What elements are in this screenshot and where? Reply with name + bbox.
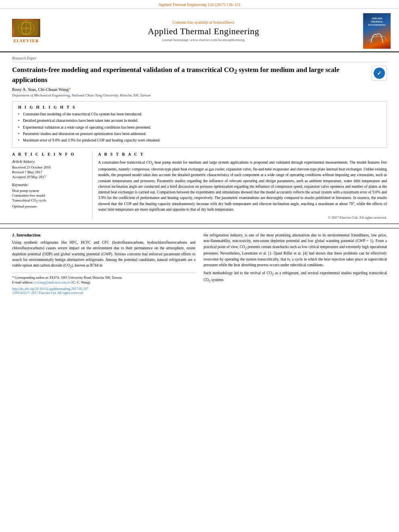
highlights-box: H I G H L I G H T S Constraint-free mode… [12,101,387,148]
paper-section: Research Paper Constraints-free modeling… [0,52,399,220]
abstract-title: A B S T R A C T [98,152,387,156]
issn-text: 1359-4311/© 2017 Elsevier Ltd. All right… [12,291,195,295]
footnote-area: * Corresponding author at: EE474, 1001 U… [12,273,195,285]
journal-banner: ELSEVIER ELSEVIER Contents lists availab… [0,9,399,52]
article-history-label: Article history: [12,160,86,164]
introduction-section: 1. Introduction Using synthetic refriger… [0,228,399,299]
article-info-column: A R T I C L E I N F O Article history: R… [12,152,93,220]
footnote-email-link[interactable]: ccwang@mail.nctu.edu.tw [34,280,71,284]
affiliation: Department of Mechanical Engineering, Na… [12,93,387,97]
journal-main-title: Applied Thermal Engineering [44,26,363,37]
revised-date: Revised 7 May 2017 [12,170,86,174]
abstract-column: A B S T R A C T A constraints-free trans… [93,152,387,220]
intro-left-col: 1. Introduction Using synthetic refriger… [12,232,195,295]
elsevier-label: ELSEVIER [13,38,39,43]
svg-text:ELSEVIER: ELSEVIER [21,28,31,30]
elsevier-logo: ELSEVIER ELSEVIER [8,19,44,43]
paper-main-title: Constraints-free modeling and experiment… [12,66,368,84]
section-number: 1. [12,232,16,237]
elsevier-logo-image: ELSEVIER [12,19,40,37]
copyright-line: © 2017 Elsevier Ltd. All rights reserved… [98,216,387,220]
keyword-item: Optimal pressure [12,204,86,208]
highlight-item: Detailed geometrical characteristics hav… [18,118,381,123]
keywords-label: Keywords: [12,183,86,187]
journal-title-center: Contents lists available at ScienceDirec… [44,21,363,42]
highlight-item: Constraint-free modeling of the transcri… [18,112,381,117]
intro-body-left: Using synthetic refrigerants like HFC, H… [12,240,195,269]
svg-point-6 [375,35,378,38]
published-text: published [316,196,331,200]
keywords-section: Keywords: Heat pump system Constraints-f… [12,183,86,208]
research-paper-label: Research Paper [12,56,387,62]
crossmark-icon: ✓ [374,68,385,79]
doi-link[interactable]: http://dx.doi.org/10.1016/j.applthermale… [12,287,195,291]
highlights-title: H I G H L I G H T S [18,105,381,109]
received-date: Received 25 October 2016 [12,165,86,169]
abstract-text: A constraints-free transcritical CO2 hea… [98,160,387,212]
highlight-item: Experimental validation at a wide range … [18,125,381,130]
footnote-email: E-mail address: ccwang@mail.nctu.edu.tw … [12,280,195,285]
intro-right-col: the refrigeration industry, is one of th… [204,232,387,295]
highlight-item: Maximum error of 9.6% and 3.9% for predi… [18,138,381,143]
footer-doi: http://dx.doi.org/10.1016/j.applthermale… [12,287,195,295]
paper-title-row: Constraints-free modeling and experiment… [12,66,387,84]
journal-homepage: journal homepage: www.elsevier.com/locat… [44,38,363,42]
thumb-text: APPLIEDTHERMALENGINEERING [368,17,385,27]
section-heading: 1. Introduction [12,232,195,237]
authors: Rony A. Sian, Chi-Chuan Wang* [12,87,387,92]
highlights-list: Constraint-free modeling of the transcri… [18,112,381,143]
intro-body-right-1: the refrigeration industry, is one of th… [204,232,387,268]
corresponding-author-star: * [69,87,71,92]
science-direct-line: Contents lists available at ScienceDirec… [44,21,363,25]
journal-header-link[interactable]: Applied Thermal Engineering 124 (2017) 1… [158,2,241,7]
footnote-corresponding: * Corresponding author at: EE474, 1001 U… [12,275,195,280]
section-divider [0,224,399,224]
accepted-date: Accepted 29 May 2017 [12,175,86,179]
intro-body-right-2: Such methodology led to the revival of C… [204,270,387,284]
journal-thumbnail: APPLIEDTHERMALENGINEERING [363,13,391,49]
highlight-item: Parametric studies and discussion on pre… [18,131,381,137]
crossmark-logo[interactable]: ✓ [372,66,387,81]
article-info-abstract: A R T I C L E I N F O Article history: R… [12,152,387,220]
keyword-item: Heat pump system [12,189,86,193]
keyword-item: Transcritical CO2 cycle [12,198,86,203]
article-info-title: A R T I C L E I N F O [12,152,86,156]
journal-header-bar: Applied Thermal Engineering 124 (2017) 1… [0,0,399,9]
keyword-item: Constraints-free model [12,193,86,197]
